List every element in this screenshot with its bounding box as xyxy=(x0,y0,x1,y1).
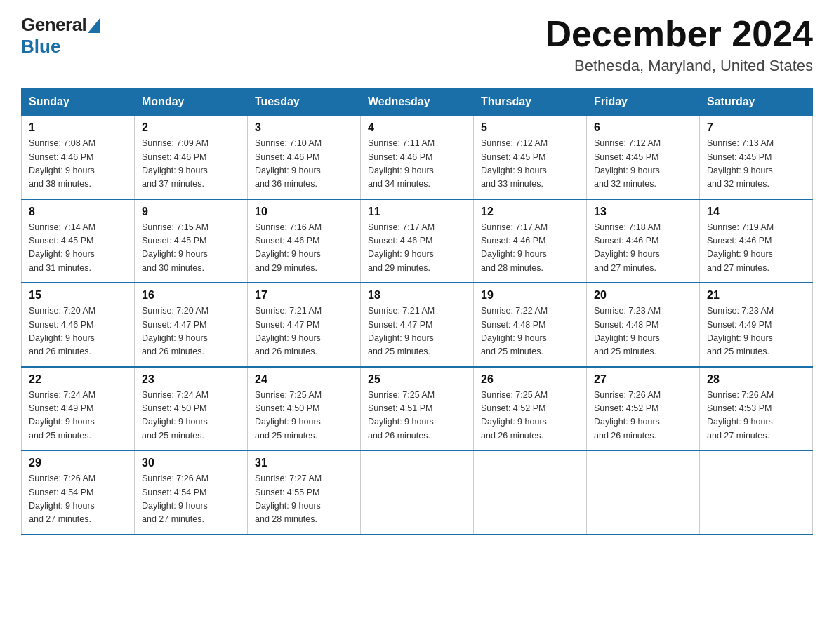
day-number: 20 xyxy=(594,289,692,302)
calendar-cell: 17 Sunrise: 7:21 AM Sunset: 4:47 PM Dayl… xyxy=(248,283,361,367)
header-tuesday: Tuesday xyxy=(248,88,361,116)
day-info: Sunrise: 7:12 AM Sunset: 4:45 PM Dayligh… xyxy=(594,137,692,192)
logo-icon xyxy=(88,18,100,33)
day-number: 27 xyxy=(594,373,692,386)
calendar-cell: 23 Sunrise: 7:24 AM Sunset: 4:50 PM Dayl… xyxy=(135,367,248,451)
day-info: Sunrise: 7:26 AM Sunset: 4:54 PM Dayligh… xyxy=(29,472,127,527)
calendar-cell: 19 Sunrise: 7:22 AM Sunset: 4:48 PM Dayl… xyxy=(474,283,587,367)
calendar-week-5: 29 Sunrise: 7:26 AM Sunset: 4:54 PM Dayl… xyxy=(22,450,813,535)
day-number: 8 xyxy=(29,206,127,218)
day-info: Sunrise: 7:12 AM Sunset: 4:45 PM Dayligh… xyxy=(481,137,579,192)
day-number: 13 xyxy=(594,206,692,218)
day-info: Sunrise: 7:22 AM Sunset: 4:48 PM Dayligh… xyxy=(481,304,579,359)
calendar-cell: 13 Sunrise: 7:18 AM Sunset: 4:46 PM Dayl… xyxy=(587,199,700,283)
day-number: 16 xyxy=(142,289,240,302)
day-info: Sunrise: 7:18 AM Sunset: 4:46 PM Dayligh… xyxy=(594,221,692,276)
calendar-cell: 11 Sunrise: 7:17 AM Sunset: 4:46 PM Dayl… xyxy=(361,199,474,283)
day-number: 21 xyxy=(707,289,805,302)
day-info: Sunrise: 7:26 AM Sunset: 4:53 PM Dayligh… xyxy=(707,389,805,443)
calendar-cell: 25 Sunrise: 7:25 AM Sunset: 4:51 PM Dayl… xyxy=(361,367,474,451)
day-info: Sunrise: 7:25 AM Sunset: 4:50 PM Dayligh… xyxy=(255,389,353,443)
day-info: Sunrise: 7:26 AM Sunset: 4:52 PM Dayligh… xyxy=(594,389,692,443)
calendar-table: Sunday Monday Tuesday Wednesday Thursday… xyxy=(21,88,813,535)
calendar-cell: 29 Sunrise: 7:26 AM Sunset: 4:54 PM Dayl… xyxy=(22,450,135,535)
day-info: Sunrise: 7:17 AM Sunset: 4:46 PM Dayligh… xyxy=(368,221,466,276)
header-thursday: Thursday xyxy=(474,88,587,116)
day-number: 22 xyxy=(29,373,127,386)
calendar-cell: 26 Sunrise: 7:25 AM Sunset: 4:52 PM Dayl… xyxy=(474,367,587,451)
calendar-cell xyxy=(700,450,813,535)
calendar-week-1: 1 Sunrise: 7:08 AM Sunset: 4:46 PM Dayli… xyxy=(22,116,813,199)
day-number: 24 xyxy=(255,373,353,386)
calendar-cell: 20 Sunrise: 7:23 AM Sunset: 4:48 PM Dayl… xyxy=(587,283,700,367)
calendar-cell xyxy=(474,450,587,535)
day-number: 29 xyxy=(29,457,127,469)
day-info: Sunrise: 7:19 AM Sunset: 4:46 PM Dayligh… xyxy=(707,221,805,276)
day-number: 25 xyxy=(368,373,466,386)
calendar-cell: 7 Sunrise: 7:13 AM Sunset: 4:45 PM Dayli… xyxy=(700,116,813,199)
calendar-cell: 10 Sunrise: 7:16 AM Sunset: 4:46 PM Dayl… xyxy=(248,199,361,283)
day-info: Sunrise: 7:09 AM Sunset: 4:46 PM Dayligh… xyxy=(142,137,240,192)
calendar-cell xyxy=(361,450,474,535)
day-info: Sunrise: 7:08 AM Sunset: 4:46 PM Dayligh… xyxy=(29,137,127,192)
calendar-cell xyxy=(587,450,700,535)
day-number: 3 xyxy=(255,121,353,134)
day-info: Sunrise: 7:24 AM Sunset: 4:50 PM Dayligh… xyxy=(142,389,240,443)
header-monday: Monday xyxy=(135,88,248,116)
day-number: 12 xyxy=(481,206,579,218)
calendar-cell: 2 Sunrise: 7:09 AM Sunset: 4:46 PM Dayli… xyxy=(135,116,248,199)
calendar-cell: 8 Sunrise: 7:14 AM Sunset: 4:45 PM Dayli… xyxy=(22,199,135,283)
header-saturday: Saturday xyxy=(700,88,813,116)
calendar-week-2: 8 Sunrise: 7:14 AM Sunset: 4:45 PM Dayli… xyxy=(22,199,813,283)
day-header-row: Sunday Monday Tuesday Wednesday Thursday… xyxy=(22,88,813,116)
calendar-week-3: 15 Sunrise: 7:20 AM Sunset: 4:46 PM Dayl… xyxy=(22,283,813,367)
calendar-cell: 1 Sunrise: 7:08 AM Sunset: 4:46 PM Dayli… xyxy=(22,116,135,199)
day-info: Sunrise: 7:23 AM Sunset: 4:49 PM Dayligh… xyxy=(707,304,805,359)
day-number: 18 xyxy=(368,289,466,302)
header-sunday: Sunday xyxy=(22,88,135,116)
calendar-cell: 15 Sunrise: 7:20 AM Sunset: 4:46 PM Dayl… xyxy=(22,283,135,367)
day-number: 15 xyxy=(29,289,127,302)
calendar-week-4: 22 Sunrise: 7:24 AM Sunset: 4:49 PM Dayl… xyxy=(22,367,813,451)
day-number: 26 xyxy=(481,373,579,386)
day-info: Sunrise: 7:11 AM Sunset: 4:46 PM Dayligh… xyxy=(368,137,466,192)
calendar-cell: 9 Sunrise: 7:15 AM Sunset: 4:45 PM Dayli… xyxy=(135,199,248,283)
calendar-cell: 14 Sunrise: 7:19 AM Sunset: 4:46 PM Dayl… xyxy=(700,199,813,283)
logo: General Blue xyxy=(21,14,102,58)
header-friday: Friday xyxy=(587,88,700,116)
day-number: 30 xyxy=(142,457,240,469)
day-info: Sunrise: 7:20 AM Sunset: 4:47 PM Dayligh… xyxy=(142,304,240,359)
calendar-cell: 24 Sunrise: 7:25 AM Sunset: 4:50 PM Dayl… xyxy=(248,367,361,451)
calendar-cell: 4 Sunrise: 7:11 AM Sunset: 4:46 PM Dayli… xyxy=(361,116,474,199)
calendar-header: Sunday Monday Tuesday Wednesday Thursday… xyxy=(22,88,813,116)
calendar-cell: 27 Sunrise: 7:26 AM Sunset: 4:52 PM Dayl… xyxy=(587,367,700,451)
day-info: Sunrise: 7:15 AM Sunset: 4:45 PM Dayligh… xyxy=(142,221,240,276)
day-info: Sunrise: 7:14 AM Sunset: 4:45 PM Dayligh… xyxy=(29,221,127,276)
calendar-cell: 21 Sunrise: 7:23 AM Sunset: 4:49 PM Dayl… xyxy=(700,283,813,367)
calendar-cell: 22 Sunrise: 7:24 AM Sunset: 4:49 PM Dayl… xyxy=(22,367,135,451)
day-number: 7 xyxy=(707,121,805,134)
day-info: Sunrise: 7:25 AM Sunset: 4:52 PM Dayligh… xyxy=(481,389,579,443)
calendar-cell: 31 Sunrise: 7:27 AM Sunset: 4:55 PM Dayl… xyxy=(248,450,361,535)
day-number: 11 xyxy=(368,206,466,218)
title-section: December 2024 Bethesda, Maryland, United… xyxy=(545,14,813,75)
page-header: General Blue December 2024 Bethesda, Mar… xyxy=(21,14,813,75)
day-info: Sunrise: 7:25 AM Sunset: 4:51 PM Dayligh… xyxy=(368,389,466,443)
day-info: Sunrise: 7:13 AM Sunset: 4:45 PM Dayligh… xyxy=(707,137,805,192)
day-info: Sunrise: 7:26 AM Sunset: 4:54 PM Dayligh… xyxy=(142,472,240,527)
day-info: Sunrise: 7:24 AM Sunset: 4:49 PM Dayligh… xyxy=(29,389,127,443)
logo-general-text: General xyxy=(21,14,86,36)
day-number: 6 xyxy=(594,121,692,134)
calendar-body: 1 Sunrise: 7:08 AM Sunset: 4:46 PM Dayli… xyxy=(22,116,813,535)
day-number: 5 xyxy=(481,121,579,134)
header-wednesday: Wednesday xyxy=(361,88,474,116)
calendar-cell: 3 Sunrise: 7:10 AM Sunset: 4:46 PM Dayli… xyxy=(248,116,361,199)
day-number: 2 xyxy=(142,121,240,134)
logo-blue-text: Blue xyxy=(21,36,60,57)
calendar-cell: 5 Sunrise: 7:12 AM Sunset: 4:45 PM Dayli… xyxy=(474,116,587,199)
day-number: 17 xyxy=(255,289,353,302)
day-info: Sunrise: 7:21 AM Sunset: 4:47 PM Dayligh… xyxy=(255,304,353,359)
day-info: Sunrise: 7:23 AM Sunset: 4:48 PM Dayligh… xyxy=(594,304,692,359)
day-info: Sunrise: 7:21 AM Sunset: 4:47 PM Dayligh… xyxy=(368,304,466,359)
calendar-cell: 6 Sunrise: 7:12 AM Sunset: 4:45 PM Dayli… xyxy=(587,116,700,199)
